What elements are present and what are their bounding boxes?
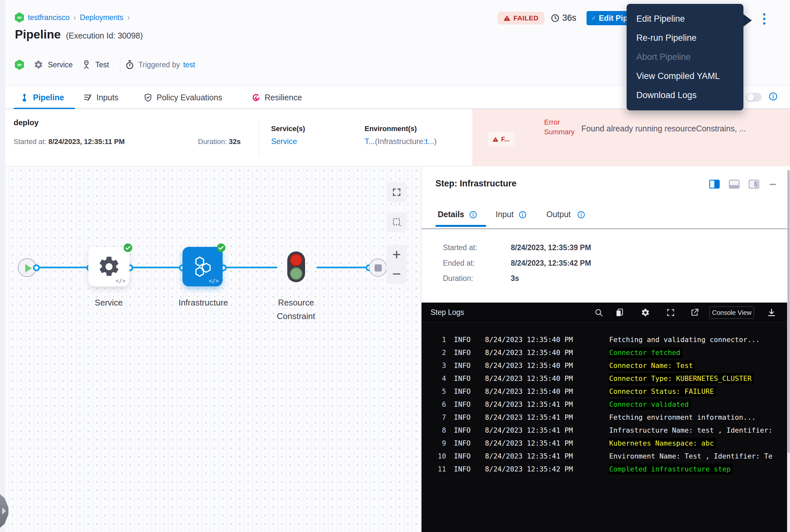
stage-name: deploy (14, 118, 38, 127)
environments-value[interactable]: T...(Infrastructure:t...) (365, 137, 437, 146)
canvas-marquee-select-button[interactable] (386, 212, 407, 232)
search-icon[interactable] (594, 308, 603, 317)
stage-summary-bar: deploy Started at:8/24/2023, 12:35:11 PM… (0, 109, 790, 166)
environment-name[interactable]: Test (95, 60, 109, 69)
pencil-icon (592, 14, 596, 22)
infrastructure-hexagons-icon (191, 255, 214, 278)
fullscreen-icon (392, 187, 402, 197)
info-icon[interactable] (469, 211, 477, 219)
menu-item: Abort Pipeline (627, 48, 744, 66)
breadcrumb-deployments-link[interactable]: Deployments (80, 13, 123, 22)
edge-start-to-service (36, 267, 90, 268)
traffic-light-red (290, 254, 303, 266)
harness-module-icon: ∞ (15, 12, 24, 23)
stopwatch-icon (125, 60, 135, 70)
minimize-icon[interactable] (768, 179, 777, 189)
triggered-by-label: Triggered by (138, 60, 180, 69)
tab-inputs-label: Inputs (96, 93, 118, 102)
panel-layout-controls (709, 179, 777, 189)
node-service[interactable]: </> (88, 247, 129, 286)
status-badge: FAILED (498, 12, 544, 24)
tab-resilience[interactable]: Resilience (252, 86, 302, 109)
edge-service-to-infrastructure (130, 267, 182, 268)
menu-item[interactable]: View Compiled YAML (627, 66, 744, 86)
layout-bottom-view-icon[interactable] (729, 179, 739, 189)
services-value-link[interactable]: Service (271, 137, 297, 146)
success-check-icon (216, 243, 226, 252)
status-badge-label: FAILED (514, 14, 539, 22)
download-icon[interactable] (767, 308, 776, 317)
error-status-badge-label: F... (501, 136, 510, 143)
tab-policy-evaluations[interactable]: Policy Evaluations (143, 86, 222, 109)
node-resource-constraint[interactable] (287, 251, 305, 282)
error-status-badge: F... (488, 132, 514, 147)
node-infrastructure-label: Infrastructure (173, 296, 233, 309)
panel-scrollbar-thumb[interactable] (787, 170, 790, 453)
layout-float-view-icon[interactable] (749, 179, 759, 189)
info-icon[interactable] (577, 211, 585, 219)
field-ended-label: Ended at: (443, 259, 475, 268)
log-row: 4INFO8/24/2023 12:35:40 PMConnector Type… (422, 372, 787, 385)
open-external-icon[interactable] (690, 308, 699, 317)
pipeline-execution-page: ∞ testfrancisco › Deployments › Pipeline… (0, 0, 790, 532)
log-row: 1INFO8/24/2023 12:35:40 PMFetching and v… (422, 333, 787, 346)
triggered-by-user-link[interactable]: test (183, 60, 195, 69)
panel-divider[interactable] (422, 228, 790, 229)
chevron-right-icon: › (73, 13, 76, 22)
settings-gear-icon[interactable] (641, 308, 650, 317)
expand-icon[interactable] (666, 308, 675, 317)
copy-icon[interactable] (615, 308, 624, 317)
menu-item[interactable]: Edit Pipeline (627, 10, 744, 28)
canvas-fullscreen-button[interactable] (386, 182, 407, 202)
chevron-right-icon (2, 508, 6, 514)
error-summary-panel: F... ErrorSummary Found already running … (472, 109, 790, 166)
divider (259, 122, 259, 156)
gear-icon (97, 255, 121, 279)
inputs-icon (83, 93, 92, 102)
info-icon[interactable] (519, 211, 527, 219)
console-view-button[interactable]: Console View (710, 306, 754, 319)
node-service-label: Service (83, 296, 135, 309)
tab-resilience-label: Resilience (265, 93, 302, 102)
stop-icon (374, 264, 382, 271)
menu-item[interactable]: Re-run Pipeline (627, 28, 744, 48)
step-logs-header: Step Logs Console View (422, 303, 790, 323)
tab-inputs[interactable]: Inputs (83, 86, 118, 109)
log-row: 10INFO8/24/2023 12:35:41 PMEnvironment N… (422, 450, 787, 463)
log-row: 11INFO8/24/2023 12:35:42 PMCompleted inf… (422, 463, 787, 476)
page-title-row: Pipeline (Execution Id: 30098) (15, 28, 143, 41)
view-toggle[interactable] (746, 93, 762, 101)
info-icon[interactable] (769, 92, 778, 101)
elapsed-time-value: 36s (562, 13, 577, 23)
field-duration-value: 3s (511, 274, 519, 283)
tab-pipeline[interactable]: Pipeline (20, 86, 64, 109)
zoom-in-button[interactable]: + (386, 245, 407, 264)
layout-right-view-icon[interactable] (709, 179, 720, 189)
panel-tab-details[interactable]: Details (438, 210, 464, 219)
more-options-kebab-icon[interactable] (759, 12, 769, 26)
stage-started-value: 8/24/2023, 12:35:11 PM (49, 137, 125, 146)
marquee-select-icon (392, 217, 402, 227)
warning-triangle-icon (493, 136, 499, 142)
panel-tab-input[interactable]: Input (496, 210, 514, 219)
tab-pipeline-label: Pipeline (33, 93, 64, 102)
log-row: 3INFO8/24/2023 12:35:40 PMConnector Name… (422, 359, 787, 372)
end-node[interactable] (369, 259, 387, 277)
step-logs-console: Step Logs Console View 1INFO8/24/2023 12… (422, 303, 790, 532)
menu-item[interactable]: Download Logs (627, 86, 744, 105)
log-row: 7INFO8/24/2023 12:35:41 PMFetching envir… (422, 411, 787, 424)
elapsed-time: 36s (551, 13, 577, 23)
log-row: 2INFO8/24/2023 12:35:40 PMConnector fetc… (422, 346, 787, 359)
service-name[interactable]: Service (48, 60, 73, 69)
toggle-knob (747, 94, 754, 101)
node-infrastructure[interactable]: </> (182, 247, 223, 286)
breadcrumb-project-link[interactable]: testfrancisco (28, 13, 70, 22)
panel-tab-output[interactable]: Output (546, 210, 571, 219)
pipeline-graph-canvas[interactable]: </> Service </> Infrastructure Resource … (0, 166, 421, 532)
code-glyph: </> (209, 278, 219, 284)
error-summary-message: Found already running resourceConstrains… (581, 124, 779, 133)
zoom-out-button[interactable]: − (386, 264, 407, 284)
success-check-icon (123, 243, 133, 252)
left-edge-strip (0, 0, 5, 532)
error-summary-label: ErrorSummary (544, 117, 583, 137)
